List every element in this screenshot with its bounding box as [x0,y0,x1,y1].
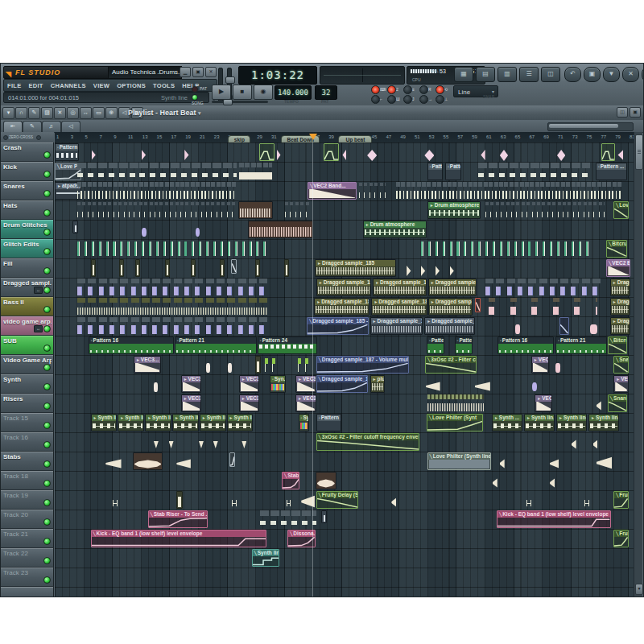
playlist-clip[interactable]: ╲Dragged sample_185 - [307,317,368,335]
playlist-clip[interactable] [316,472,336,489]
playlist-clip[interactable] [135,259,140,277]
playlist-clip[interactable] [284,201,312,219]
menu-item-file[interactable]: FILE [7,82,21,89]
playlist-clip[interactable]: ►Dragged sample_188 [424,317,475,335]
maximize-button[interactable]: ▣ [192,67,204,77]
playlist-clip[interactable] [555,356,561,374]
playlist-clip[interactable]: ►Dragged sample_185 [315,259,395,277]
record-button[interactable]: ◉ [254,85,273,100]
playlist-clip[interactable] [485,201,605,219]
playlist-clip[interactable]: ▫Pattern 21 [555,336,607,354]
track-led[interactable] [43,499,51,506]
track-led[interactable] [43,557,51,564]
menu-item-edit[interactable]: EDIT [28,82,43,89]
playlist-clip[interactable] [584,491,590,509]
track-led[interactable] [43,364,51,371]
typing-keyboard-toggle[interactable]: ⌨ [371,85,380,94]
track-led[interactable] [43,345,51,352]
playlist-clip[interactable] [427,394,485,412]
playlist-clip[interactable]: ►Drum atmosphere [363,221,427,238]
track-led[interactable] [43,190,51,197]
playlist-clip[interactable]: ╲Fruity Bl... [613,491,629,509]
playlist-clip[interactable] [76,182,237,200]
playlist-clip[interactable] [153,375,159,393]
playlist-clip[interactable] [420,240,592,258]
track-header-track-21[interactable]: Track 21 [1,529,54,548]
playlist-clip[interactable]: ╲Fruity Blo... [613,530,629,547]
playlist-clip[interactable]: ►Dragged... [610,298,631,316]
playlist-clip[interactable]: ►Dragged sample_185 [428,279,477,296]
menu-item-channels[interactable]: CHANNELS [51,82,86,89]
track-led[interactable] [43,209,51,217]
playlist-clip[interactable] [76,317,269,335]
playlist-clip[interactable] [76,240,269,258]
playlist-clip[interactable] [76,298,269,316]
playlist-clip[interactable]: ╲Kick - EQ band 1 (low shelf) level enve… [497,510,610,528]
playlist-clip[interactable] [284,259,289,277]
delete-tool-icon[interactable]: ✕ [54,107,66,119]
playlist-clip[interactable] [488,298,598,316]
stop-button[interactable]: ■ [233,85,252,100]
playlist-clip[interactable]: ╲VEC2 Ba... [606,259,630,277]
paint-tool-icon[interactable]: ▨ [41,107,53,119]
playlist-clip[interactable] [259,510,317,528]
playlist-clip[interactable]: ►Synth line [556,414,587,431]
track-header-video-game-arp[interactable]: Video Game Arp [1,355,54,374]
playlist-clip[interactable]: ►Synth lin... [172,414,199,431]
playlist-clip[interactable]: ▫Pattern ... [445,163,460,180]
playlist-clip[interactable] [366,143,378,161]
playlist-clip[interactable] [499,452,506,470]
track-led[interactable] [43,151,51,159]
track-header-track-15[interactable]: Track 15 [1,413,54,432]
menu-item-tools[interactable]: TOOLS [153,82,175,89]
playlist-clip[interactable]: ►VEC3... [239,394,260,412]
playlist-detach-button[interactable]: ◫ [617,107,628,118]
track-led[interactable] [43,325,51,332]
track-header-video-game-arp[interactable]: video game arp...↔ [1,316,54,336]
track-header-track-23[interactable]: Track 23 [1,568,54,587]
playlist-clip[interactable]: ▫Pattern 16 [89,336,174,354]
playlist-clip[interactable]: ►VEC3... [613,375,629,393]
playlist-clip[interactable] [76,163,237,180]
playlist-clip[interactable] [435,259,441,277]
playlist-clip[interactable]: ►Dragged sample_188 [314,298,369,316]
playlist-clip[interactable] [105,452,122,470]
panel-tab-arrange[interactable]: ⇤ [3,121,23,132]
playlist-clip[interactable] [297,356,311,374]
playlist-clip[interactable]: ╲Fruity Delay (Sen... [316,491,358,509]
playlist-clip[interactable]: ►plu... [370,375,386,393]
track-header-synth[interactable]: Synth [1,374,54,394]
playlist-clip[interactable] [176,491,183,509]
track-header-stabs[interactable]: Stabs [1,452,54,471]
playlist-clip[interactable] [141,143,147,161]
playlist-clip[interactable] [420,259,427,277]
menu-item-options[interactable]: OPTIONS [117,82,146,89]
playlist-clip[interactable] [531,375,538,393]
piano-roll-button[interactable]: ▤ [476,67,495,82]
save-button[interactable]: ▼ [603,67,620,82]
metronome-toggle[interactable]: ⊥ [436,95,444,104]
playlist-clip[interactable]: ╲Stab Riser - To Send ... [148,510,208,528]
playlist-clip[interactable]: ╲Dragged sample_188 [316,375,368,393]
playlist-clip[interactable] [556,143,566,161]
playlist-clip[interactable]: ►Synth line [200,414,226,431]
multilink-toggle[interactable]: Ш [387,95,396,104]
playlist-clip[interactable]: ►VEC3... [239,375,260,393]
track-led[interactable] [43,422,51,429]
playlist-titlebar[interactable]: ▾∩✎▨✕◎↔▭⊕◁▶ Playlist - Heart Beat ▾ ◫▣ [1,105,643,121]
playlist-clip[interactable]: ▫Pattern 21 [175,336,257,354]
track-header-track-22[interactable]: Track 22 [1,548,54,568]
track-led[interactable] [43,576,51,584]
playlist-clip[interactable]: ╲Bitcrush... [606,240,627,258]
playlist-clip[interactable]: ►Drum atmosphere [427,201,481,219]
playlist-clip[interactable]: ▫Pattern ... [596,163,627,180]
playlist-clip[interactable] [477,163,591,180]
track-header-crash[interactable]: Crash [1,142,54,162]
minimize-button[interactable]: ▁ [180,67,191,77]
snap-selector[interactable]: Line▾ SNAP [453,85,498,97]
playlist-clip[interactable]: ►VEC3... [181,394,202,412]
note-slide-toggle[interactable]: → [419,95,428,104]
playlist-clip[interactable]: ▫Pattern ... [316,414,341,431]
playlist-clip[interactable] [168,433,175,451]
panel-tab-patterns[interactable]: ♬ [42,121,61,132]
